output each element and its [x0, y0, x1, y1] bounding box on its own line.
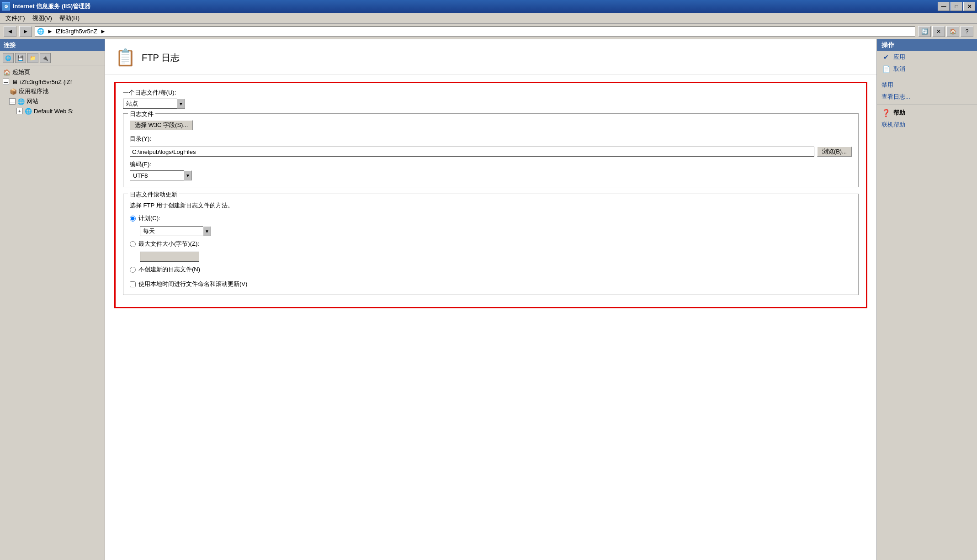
encoding-select-wrapper: UTF8 ▼: [130, 170, 852, 180]
title-bar-text: Internet 信息服务 (IIS)管理器: [13, 2, 90, 11]
action-onlinehelp[interactable]: 联机帮助: [877, 119, 977, 131]
maxsize-input-row: [130, 252, 852, 262]
radio-nofile-label: 不创建新的日志文件(N): [138, 265, 200, 274]
home-icon: 🏠: [3, 69, 11, 76]
sidebar-label-server: iZfc3rgfh5vr5nZ (iZf: [20, 79, 72, 85]
radio-nofile[interactable]: [130, 267, 136, 273]
log-file-group: 日志文件 选择 W3C 字段(S)... 目录(Y): 浏览(B)...: [123, 113, 859, 187]
help-section: ❓ 帮助: [877, 107, 977, 119]
sidebar-btn-globe[interactable]: 🌐: [3, 53, 14, 63]
sites-icon: 🌐: [17, 98, 25, 105]
maximize-button[interactable]: □: [950, 2, 962, 11]
title-bar: ⚙ Internet 信息服务 (IIS)管理器 — □ ✕: [0, 0, 977, 13]
sites-expander[interactable]: —: [9, 98, 16, 105]
schedule-select[interactable]: 每天: [140, 226, 204, 236]
directory-input-row: 浏览(B)...: [130, 147, 852, 157]
action-onlinehelp-label: 联机帮助: [881, 121, 905, 129]
sidebar-label-defaultweb: Default Web S:: [34, 108, 74, 115]
log-file-group-legend: 日志文件: [128, 110, 155, 118]
defaultweb-expander[interactable]: +: [16, 108, 23, 114]
menu-view[interactable]: 视图(V): [29, 13, 56, 23]
browse-button[interactable]: 浏览(B)...: [817, 147, 852, 157]
sidebar-item-server[interactable]: — 🖥 iZfc3rgfh5vr5nZ (iZf: [2, 77, 103, 86]
toolbar-right: 🔄 ✕ 🏠 ?: [918, 26, 973, 37]
sidebar-btn-connect[interactable]: 🔌: [40, 53, 51, 63]
action-cancel[interactable]: 📄 取消: [877, 63, 977, 75]
sidebar-item-defaultweb[interactable]: + 🌐 Default Web S:: [2, 106, 103, 116]
address-arrow: ►: [47, 28, 53, 35]
minimize-button[interactable]: —: [938, 2, 950, 11]
action-apply[interactable]: ✔ 应用: [877, 51, 977, 63]
encoding-select[interactable]: UTF8: [130, 170, 185, 180]
content-body: 一个日志文件/每(U): 站点 ▼ 日志文件 选择 W3C 字段(S)...: [105, 74, 876, 560]
sidebar-btn-folder[interactable]: 📁: [27, 53, 38, 63]
action-cancel-label: 取消: [893, 65, 905, 73]
actions-header: 操作: [877, 39, 977, 51]
help-icon: ❓: [881, 109, 891, 117]
title-bar-left: ⚙ Internet 信息服务 (IIS)管理器: [2, 2, 90, 11]
scroll-group-desc: 选择 FTP 用于创建新日志文件的方法。: [130, 201, 852, 210]
encoding-label: 编码(E):: [130, 160, 852, 169]
log-per-select[interactable]: 站点: [123, 99, 178, 109]
server-expander[interactable]: —: [3, 79, 9, 85]
stop-button[interactable]: ✕: [932, 26, 945, 37]
cancel-icon: 📄: [881, 65, 891, 73]
address-input[interactable]: 🌐 ► iZfc3rgfh5vr5nZ ►: [35, 26, 915, 37]
sidebar-item-startpage[interactable]: 🏠 起始页: [2, 67, 103, 77]
menu-bar: 文件(F) 视图(V) 帮助(H): [0, 13, 977, 24]
radio-schedule-label: 计划(C):: [138, 214, 160, 222]
content-header: 📋 FTP 日志: [105, 39, 876, 74]
back-button[interactable]: ◄: [4, 26, 16, 37]
main-layout: 连接 🌐 💾 📁 🔌 🏠 起始页 — 🖥 iZfc3rgfh5vr5nZ (iZ…: [0, 39, 977, 560]
schedule-select-wrapper: 每天 ▼: [140, 226, 852, 236]
radio-maxsize[interactable]: [130, 241, 136, 247]
sidebar-item-apppools[interactable]: 📦 应用程序池: [2, 86, 103, 96]
encoding-dropdown-arrow[interactable]: ▼: [184, 170, 192, 180]
help-button[interactable]: ?: [961, 26, 973, 37]
log-per-label: 一个日志文件/每(U):: [123, 89, 859, 97]
select-fields-button[interactable]: 选择 W3C 字段(S)...: [130, 120, 193, 130]
apppool-icon: 📦: [9, 88, 17, 95]
address-path: iZfc3rgfh5vr5nZ: [56, 28, 97, 35]
address-icon: 🌐: [37, 28, 44, 35]
actions-panel: 操作 ✔ 应用 📄 取消 禁用 查看日志... ❓ 帮助 联机帮助: [876, 39, 977, 560]
sidebar-btn-save[interactable]: 💾: [15, 53, 26, 63]
apply-icon: ✔: [881, 53, 891, 61]
server-icon: 🖥: [11, 78, 19, 85]
close-button[interactable]: ✕: [963, 2, 975, 11]
select-fields-row: 选择 W3C 字段(S)...: [130, 120, 852, 130]
menu-help[interactable]: 帮助(H): [56, 13, 83, 23]
radio-maxsize-label: 最大文件大小(字节)(Z):: [138, 240, 199, 248]
sidebar-label-sites: 网站: [27, 97, 38, 106]
action-disable[interactable]: 禁用: [877, 79, 977, 91]
address-bar: ◄ ► 🌐 ► iZfc3rgfh5vr5nZ ► 🔄 ✕ 🏠 ?: [0, 24, 977, 39]
sidebar: 连接 🌐 💾 📁 🔌 🏠 起始页 — 🖥 iZfc3rgfh5vr5nZ (iZ…: [0, 39, 105, 560]
action-viewlog-label: 查看日志...: [881, 93, 910, 101]
main-settings-box: 一个日志文件/每(U): 站点 ▼ 日志文件 选择 W3C 字段(S)...: [114, 82, 867, 308]
schedule-dropdown-arrow[interactable]: ▼: [203, 226, 211, 236]
ftp-log-icon: 📋: [114, 47, 136, 69]
tree-view: 🏠 起始页 — 🖥 iZfc3rgfh5vr5nZ (iZf 📦 应用程序池 —…: [0, 65, 105, 560]
sidebar-label-apppools: 应用程序池: [19, 87, 48, 95]
action-sep-1: [877, 77, 977, 77]
home-button[interactable]: 🏠: [946, 26, 959, 37]
encoding-section: 编码(E): UTF8 ▼: [130, 160, 852, 180]
schedule-dropdown-row: 每天 ▼: [130, 226, 852, 236]
action-disable-label: 禁用: [881, 81, 893, 89]
content-area: 📋 FTP 日志 一个日志文件/每(U): 站点 ▼ 日志文件: [105, 39, 876, 560]
directory-input[interactable]: [130, 147, 814, 157]
log-per-dropdown-arrow[interactable]: ▼: [177, 99, 185, 109]
sidebar-item-sites[interactable]: — 🌐 网站: [2, 96, 103, 106]
radio-nofile-row: 不创建新的日志文件(N): [130, 265, 852, 274]
action-apply-label: 应用: [893, 53, 905, 61]
checkbox-localtime-label: 使用本地时间进行文件命名和滚动更新(V): [138, 280, 247, 288]
radio-schedule[interactable]: [130, 216, 136, 222]
refresh-button[interactable]: 🔄: [918, 26, 931, 37]
log-per-section: 一个日志文件/每(U): 站点 ▼: [123, 89, 859, 109]
checkbox-localtime[interactable]: [130, 281, 136, 287]
maxsize-input[interactable]: [140, 252, 199, 262]
menu-file[interactable]: 文件(F): [2, 13, 29, 23]
address-arrow2: ►: [100, 28, 106, 35]
forward-button[interactable]: ►: [19, 26, 32, 37]
action-viewlog[interactable]: 查看日志...: [877, 91, 977, 103]
